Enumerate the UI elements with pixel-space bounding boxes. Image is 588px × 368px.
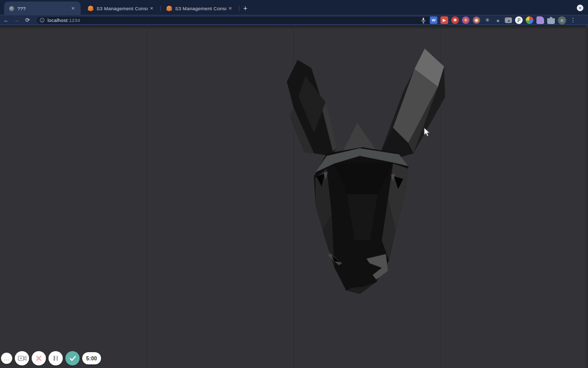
close-icon[interactable]: × bbox=[148, 5, 155, 12]
wikipedia-extension-icon[interactable]: W bbox=[430, 16, 437, 24]
pause-icon bbox=[54, 356, 58, 361]
tab-separator bbox=[239, 6, 239, 11]
notes-extension-icon[interactable] bbox=[536, 16, 544, 24]
url-text: localhost:1234 bbox=[47, 17, 80, 23]
loading-globe-icon bbox=[9, 6, 14, 11]
browser-menu-icon[interactable]: ⋮ bbox=[570, 17, 576, 24]
adblock-extension-icon[interactable]: ✱ bbox=[451, 16, 459, 24]
microphone-icon[interactable] bbox=[421, 17, 426, 24]
pinwheel-extension-icon[interactable] bbox=[526, 16, 533, 24]
donkey-head-3d-model bbox=[0, 25, 588, 368]
blob-extension-icon[interactable]: ● bbox=[494, 16, 502, 24]
page-canvas[interactable] bbox=[0, 25, 588, 368]
starburst-extension-icon[interactable]: ✳ bbox=[462, 16, 470, 24]
back-button[interactable]: ← bbox=[2, 16, 11, 24]
url-host: localhost bbox=[47, 17, 67, 23]
tab-title: ??? bbox=[17, 6, 69, 11]
new-tab-button[interactable]: + bbox=[241, 4, 250, 12]
video-extension-icon[interactable]: ▶ bbox=[440, 16, 448, 24]
finish-recording-button[interactable] bbox=[65, 351, 80, 365]
site-info-icon[interactable]: i bbox=[40, 18, 44, 22]
recording-controls: … 5:00 bbox=[1, 351, 101, 365]
pause-recording-button[interactable] bbox=[48, 351, 63, 365]
tab-s3-console-1[interactable]: S3 Management Console × bbox=[83, 2, 159, 15]
check-icon bbox=[69, 356, 76, 361]
reload-button[interactable]: ⟳ bbox=[23, 16, 32, 24]
tab-strip: ??? × S3 Management Console × S3 Managem… bbox=[0, 0, 588, 15]
badge-extension-icon[interactable]: ◉ bbox=[473, 16, 480, 24]
address-bar[interactable]: i localhost:1234 ☆ bbox=[37, 17, 438, 24]
asterisk-extension-icon[interactable]: ✳ bbox=[483, 16, 491, 24]
profile-avatar[interactable]: n bbox=[558, 16, 566, 25]
close-icon[interactable]: × bbox=[69, 5, 77, 12]
video-camera-plus-icon bbox=[18, 355, 27, 362]
mouse-cursor bbox=[424, 127, 431, 137]
s3-bucket-icon bbox=[166, 6, 172, 11]
camera-toggle-button[interactable] bbox=[15, 351, 29, 365]
tab-localhost[interactable]: ??? × bbox=[4, 2, 81, 15]
tab-title: S3 Management Console bbox=[175, 6, 227, 11]
s3-bucket-icon bbox=[88, 6, 93, 11]
pi-extension-icon[interactable]: P bbox=[515, 16, 523, 24]
tab-search-button[interactable]: ▾ bbox=[577, 5, 583, 11]
x-icon bbox=[36, 355, 42, 361]
extension-row: W ▶ ✱ ✳ ◉ ✳ ● P n ⋮ bbox=[430, 15, 576, 25]
forward-button[interactable]: → bbox=[12, 16, 21, 24]
url-port: :1234 bbox=[67, 17, 80, 23]
cancel-recording-button[interactable] bbox=[32, 351, 46, 365]
recording-timer[interactable]: 5:00 bbox=[82, 352, 101, 364]
close-icon[interactable]: × bbox=[227, 5, 234, 12]
camera-extension-icon[interactable] bbox=[505, 17, 512, 23]
puzzle-extension-icon[interactable] bbox=[547, 16, 555, 24]
more-options-button[interactable]: … bbox=[1, 353, 12, 364]
tab-s3-console-2[interactable]: S3 Management Console × bbox=[161, 2, 238, 15]
tab-separator bbox=[160, 6, 161, 11]
tab-title: S3 Management Console bbox=[96, 6, 148, 11]
